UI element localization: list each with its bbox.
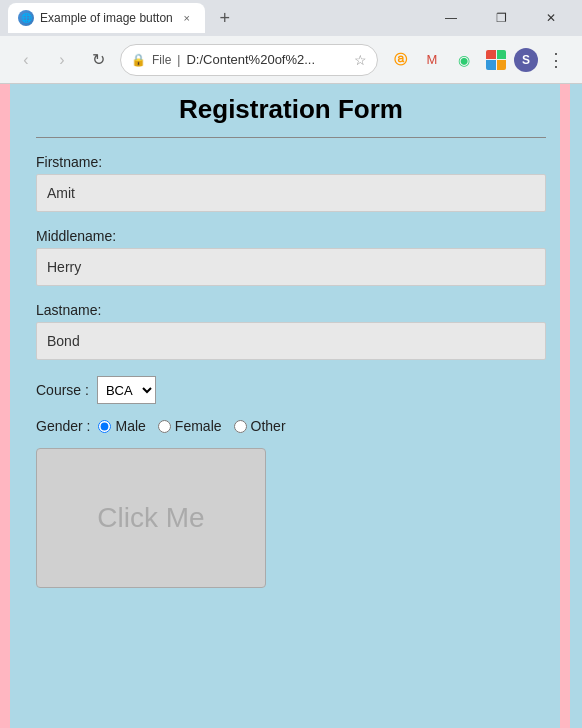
- address-file-label: File: [152, 53, 171, 67]
- tab-title: Example of image button: [40, 11, 173, 25]
- middlename-group: Middlename:: [36, 228, 546, 286]
- close-button[interactable]: ✕: [528, 0, 574, 36]
- middlename-label: Middlename:: [36, 228, 546, 244]
- window-controls: — ❐ ✕: [428, 0, 574, 36]
- gender-other-radio[interactable]: [234, 420, 247, 433]
- address-url: D:/Content%20of%2...: [186, 52, 315, 67]
- right-decoration-bar: [560, 84, 570, 728]
- tab-close-button[interactable]: ×: [179, 10, 195, 26]
- gender-other-option[interactable]: Other: [234, 418, 286, 434]
- bookmark-icon[interactable]: ◉: [450, 46, 478, 74]
- user-avatar[interactable]: S: [514, 48, 538, 72]
- lock-icon: 🔒: [131, 53, 146, 67]
- tab-favicon: 🌐: [18, 10, 34, 26]
- submit-button[interactable]: Click Me: [36, 448, 266, 588]
- browser-titlebar: 🌐 Example of image button × + — ❐ ✕: [0, 0, 582, 36]
- course-row: Course : BCA MCA BCS MCS: [36, 376, 546, 404]
- form-divider: [36, 137, 546, 138]
- toolbar-icons: ⓐ M ◉ S ⋮: [386, 46, 570, 74]
- menu-button[interactable]: ⋮: [542, 46, 570, 74]
- left-decoration-bar: [0, 84, 10, 728]
- minimize-button[interactable]: —: [428, 0, 474, 36]
- gender-male-radio[interactable]: [98, 420, 111, 433]
- lastname-group: Lastname:: [36, 302, 546, 360]
- address-bar: ‹ › ↻ 🔒 File | D:/Content%20of%2... ☆ ⓐ …: [0, 36, 582, 84]
- form-title: Registration Form: [36, 94, 546, 125]
- gender-female-label: Female: [175, 418, 222, 434]
- address-box[interactable]: 🔒 File | D:/Content%20of%2... ☆: [120, 44, 378, 76]
- gender-male-label: Male: [115, 418, 145, 434]
- restore-button[interactable]: ❐: [478, 0, 524, 36]
- gender-female-radio[interactable]: [158, 420, 171, 433]
- form-container: Registration Form Firstname: Middlename:…: [36, 84, 546, 588]
- firstname-label: Firstname:: [36, 154, 546, 170]
- course-label: Course :: [36, 382, 89, 398]
- browser-tab[interactable]: 🌐 Example of image button ×: [8, 3, 205, 33]
- gender-label: Gender :: [36, 418, 90, 434]
- gender-female-option[interactable]: Female: [158, 418, 222, 434]
- amazon-icon[interactable]: ⓐ: [386, 46, 414, 74]
- new-tab-button[interactable]: +: [211, 4, 239, 32]
- refresh-button[interactable]: ↻: [84, 46, 112, 74]
- gmail-icon[interactable]: M: [418, 46, 446, 74]
- lastname-input[interactable]: [36, 322, 546, 360]
- gender-male-option[interactable]: Male: [98, 418, 145, 434]
- address-separator: |: [177, 53, 180, 67]
- firstname-group: Firstname:: [36, 154, 546, 212]
- lastname-label: Lastname:: [36, 302, 546, 318]
- color-grid-icon[interactable]: [482, 46, 510, 74]
- gender-other-label: Other: [251, 418, 286, 434]
- back-button[interactable]: ‹: [12, 46, 40, 74]
- forward-button[interactable]: ›: [48, 46, 76, 74]
- browser-content: Registration Form Firstname: Middlename:…: [0, 84, 582, 728]
- course-select[interactable]: BCA MCA BCS MCS: [97, 376, 156, 404]
- firstname-input[interactable]: [36, 174, 546, 212]
- gender-row: Gender : Male Female Other: [36, 418, 546, 434]
- bookmark-star-icon[interactable]: ☆: [354, 52, 367, 68]
- middlename-input[interactable]: [36, 248, 546, 286]
